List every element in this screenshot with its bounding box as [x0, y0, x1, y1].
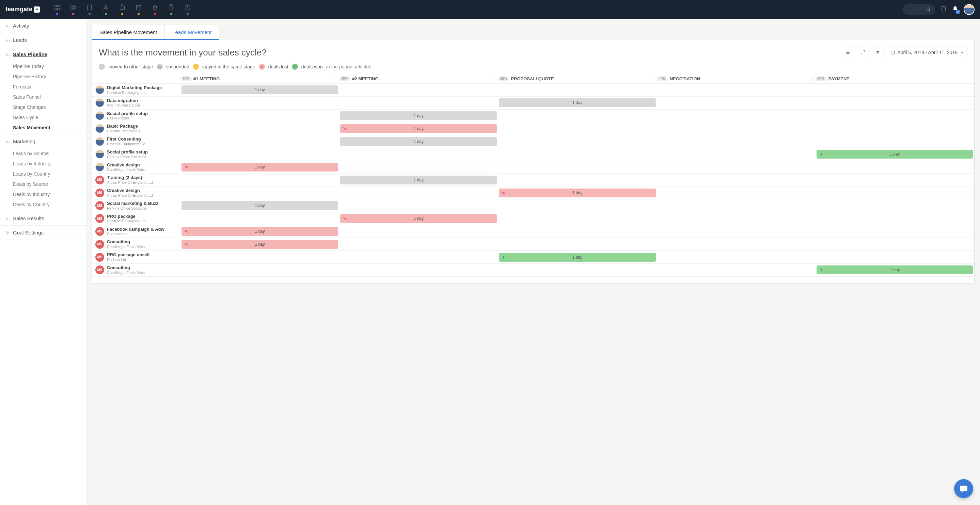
- row-avatar: MS: [95, 189, 104, 197]
- deal-row[interactable]: MSPRO package upsellDudson Ltd1 day: [92, 251, 974, 264]
- search-input[interactable]: [903, 4, 935, 15]
- sidebar-item-stage-changes[interactable]: Stage Changes: [0, 102, 86, 112]
- duration-bar[interactable]: 1 day: [816, 150, 973, 159]
- notifications-button[interactable]: 2: [952, 6, 958, 13]
- deal-row[interactable]: MSPRO packageCaroline Packaging Ltd1 day: [92, 212, 974, 225]
- date-range-button[interactable]: April 5, 2018 - April 11, 2018: [887, 47, 967, 58]
- sidebar-item-sales-cycle[interactable]: Sales Cycle: [0, 112, 86, 122]
- bars-cell: 1 day: [180, 174, 974, 186]
- deal-name: PRO package upsell: [107, 252, 150, 257]
- top-nav-icon-2[interactable]: [86, 4, 93, 15]
- deal-row[interactable]: MSFacebook campaign & AdwCollectables1 d…: [92, 225, 974, 238]
- sidebar-section-sales-results[interactable]: Sales Results: [0, 211, 86, 225]
- deal-cell: MSTraining (2 days)Arthur Price Of Engla…: [92, 173, 180, 186]
- deal-cell: MSConsultingCandlelight Table Mats: [92, 264, 180, 276]
- top-nav-icon-3[interactable]: [102, 4, 109, 15]
- deal-row[interactable]: MSConsultingCandlelight Table Mats1 day: [92, 264, 974, 277]
- deal-name: PRO package: [107, 214, 146, 219]
- duration-bar[interactable]: 1 day: [181, 86, 338, 94]
- deal-cell: MSConsultingCandlelight Table Mats: [92, 238, 180, 251]
- duration-bar[interactable]: 1 day: [340, 214, 497, 223]
- deal-row[interactable]: First ConsultingProcess Equipment Co1 da…: [92, 135, 974, 148]
- sidebar-item-deals-by-source[interactable]: Deals by Source: [0, 179, 86, 189]
- sidebar-item-deals-by-industry[interactable]: Deals by Industry: [0, 189, 86, 199]
- deal-row[interactable]: MSCreative designArthur Price Of England…: [92, 186, 974, 199]
- sidebar-item-forecast[interactable]: Forecast: [0, 82, 86, 92]
- row-avatar: [95, 137, 104, 146]
- sidebar-item-sales-funnel[interactable]: Sales Funnel: [0, 92, 86, 102]
- deal-row[interactable]: Digital Marketing PackageCaroline Packag…: [92, 84, 974, 97]
- top-nav-icon-0[interactable]: [54, 4, 60, 15]
- bar-duration: 1 day: [573, 255, 582, 260]
- svg-marker-40: [876, 51, 880, 54]
- list-view-button[interactable]: [842, 47, 854, 58]
- deal-row[interactable]: MSConsultingCandlelight Table Mats1 day: [92, 238, 974, 251]
- deal-name: Creative design: [107, 162, 145, 168]
- deal-row[interactable]: MSSocial marketing & BuzzPerkins Office …: [92, 199, 974, 212]
- deal-cell: First ConsultingProcess Equipment Co: [92, 135, 180, 148]
- duration-bar[interactable]: 1 day: [181, 201, 338, 210]
- top-nav-icon-5[interactable]: 12: [135, 4, 142, 15]
- deal-row[interactable]: Data migrationAlfa Insurance Corp1 day: [92, 97, 974, 110]
- sidebar-section-goal-settings[interactable]: Goal Settings: [0, 226, 86, 240]
- deal-company: Candlelight Table Mats: [107, 245, 145, 249]
- duration-bar[interactable]: 1 day: [340, 111, 497, 120]
- deal-row[interactable]: Social profile setupBits N Pizzas1 day: [92, 110, 974, 122]
- expand-button[interactable]: [857, 47, 869, 58]
- duration-bar[interactable]: 1 day: [499, 98, 655, 107]
- bolt-icon: [343, 127, 347, 131]
- top-nav-icon-1[interactable]: [70, 4, 76, 15]
- sidebar-section-activity[interactable]: Activity: [0, 19, 86, 33]
- deal-row[interactable]: Social profile setupPerkins Office Solut…: [92, 148, 974, 161]
- bar-duration: 1 day: [414, 216, 423, 221]
- deal-row[interactable]: MSTraining (2 days)Arthur Price Of Engla…: [92, 173, 974, 186]
- duration-bar[interactable]: 1 day: [340, 124, 497, 133]
- deal-name: Training (2 days): [107, 175, 153, 180]
- svg-rect-6: [88, 5, 92, 10]
- deal-company: Arthur Price Of England Ltd: [107, 193, 153, 198]
- legend-swatch-lost: [259, 64, 265, 70]
- logo[interactable]: teamgate ✦: [5, 6, 40, 13]
- sidebar-item-leads-by-source[interactable]: Leads by Source: [0, 148, 86, 159]
- top-nav-icon-7[interactable]: [168, 4, 175, 15]
- tab-leads-movement[interactable]: Leads Movement: [165, 25, 219, 39]
- duration-bar[interactable]: 1 day: [181, 227, 338, 236]
- sidebar-section-sales-pipeline[interactable]: Sales Pipeline: [0, 47, 86, 61]
- svg-point-4: [71, 5, 76, 10]
- sidebar-item-deals-by-country[interactable]: Deals by Country: [0, 199, 86, 210]
- top-nav-icon-6[interactable]: [151, 4, 158, 15]
- legend-lost: deals lost: [268, 64, 288, 70]
- sidebar-item-pipeline-history[interactable]: Pipeline History: [0, 71, 86, 82]
- bolt-icon: [343, 216, 347, 221]
- user-avatar[interactable]: [964, 4, 975, 15]
- sidebar-item-sales-movement[interactable]: Sales Movement: [0, 122, 86, 133]
- deal-row[interactable]: Creative designCandlelight Table Mats1 d…: [92, 161, 974, 174]
- sidebar-item-leads-by-industry[interactable]: Leads by Industry: [0, 159, 86, 169]
- duration-bar[interactable]: 1 day: [340, 137, 497, 146]
- bars-cell: 1 day: [180, 136, 974, 147]
- duration-bar[interactable]: 1 day: [181, 240, 338, 249]
- stage-header-row: 10%#1 MEETING25%#2 MEETING30%PROPOSAL/ Q…: [92, 74, 974, 84]
- sidebar-section-leads[interactable]: Leads: [0, 33, 86, 47]
- sidebar-item-leads-by-country[interactable]: Leads by Country: [0, 169, 86, 179]
- sidebar-item-pipeline-today[interactable]: Pipeline Today: [0, 61, 86, 71]
- deal-company: Candlelight Table Mats: [107, 167, 145, 172]
- sidebar-section-marketing[interactable]: Marketing: [0, 134, 86, 148]
- duration-bar[interactable]: 1 day: [499, 189, 655, 197]
- export-icon[interactable]: [940, 6, 947, 13]
- duration-bar[interactable]: 1 day: [816, 265, 973, 274]
- duration-bar[interactable]: 1 day: [499, 253, 655, 262]
- deal-cell: MSCreative designArthur Price Of England…: [92, 186, 180, 199]
- filter-button[interactable]: [872, 47, 884, 58]
- top-nav-icon-8[interactable]: [184, 4, 191, 15]
- deal-cell: MSPRO packageCaroline Packaging Ltd: [92, 212, 180, 225]
- duration-bar[interactable]: 1 day: [340, 176, 497, 184]
- deal-row[interactable]: Basic PackageCountry Traditionals1 day: [92, 122, 974, 135]
- top-nav-icon-4[interactable]: [119, 4, 126, 15]
- tab-sales-pipeline-movement[interactable]: Sales Pipeline Movement: [92, 25, 165, 39]
- chat-button[interactable]: [954, 479, 973, 498]
- duration-bar[interactable]: 1 day: [181, 163, 338, 172]
- notification-count: 2: [956, 10, 960, 14]
- row-avatar: [95, 150, 104, 159]
- bars-cell: 1 day: [180, 251, 974, 263]
